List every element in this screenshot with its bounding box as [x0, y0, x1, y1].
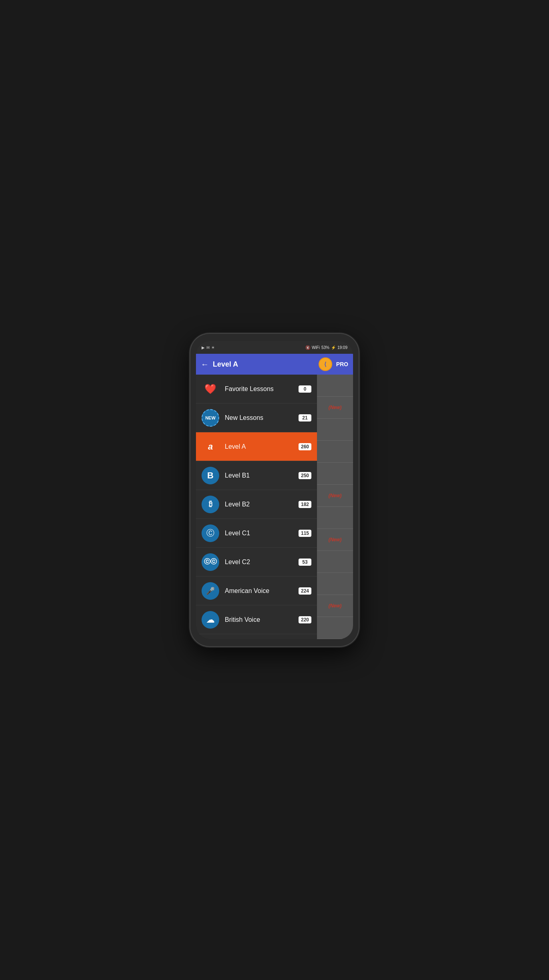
level-b2-icon: ₿	[202, 496, 219, 513]
sidebar-cell-level-c2	[317, 507, 353, 529]
menu-list: ❤️ Favorite Lessons 0 NEW New Lessons 21…	[196, 375, 317, 639]
level-b1-icon: B	[202, 467, 219, 484]
item-count: 115	[299, 530, 311, 537]
app-bar-title: Level A	[213, 360, 315, 369]
share-button[interactable]: ⟨	[319, 357, 332, 371]
list-item[interactable]: ₿ Level B2 182	[196, 490, 317, 519]
item-label: Level C2	[225, 559, 299, 566]
sidebar-cell-british-voice	[317, 551, 353, 573]
sidebar-cell-international	[317, 573, 353, 595]
item-label: British Voice	[225, 616, 299, 623]
sidebar-cell-family: (New)	[317, 595, 353, 617]
pro-label: PRO	[336, 361, 348, 367]
item-count: 260	[299, 443, 311, 450]
level-c2-icon: ⓒⓒ	[202, 553, 219, 571]
sidebar-cell-favorite	[317, 375, 353, 397]
item-label: American Voice	[225, 587, 299, 595]
battery-icon: ⚡	[331, 345, 336, 350]
level-c1-icon: Ⓒ	[202, 524, 219, 542]
sidebar-cell-level-b2	[317, 463, 353, 485]
share-icon: ⟨	[324, 361, 326, 367]
clock: 19:09	[337, 345, 347, 350]
item-label: Level B2	[225, 501, 299, 508]
content-area: ❤️ Favorite Lessons 0 NEW New Lessons 21…	[196, 375, 353, 639]
list-item-level-a[interactable]: a Level A 260	[196, 432, 317, 461]
sidebar-cell-american-voice: (New)	[317, 529, 353, 551]
phone-screen: ▶ ✉ ☀ 🔇 WiFi 53% ⚡ 19:09 ← Level A ⟨ PRO	[196, 341, 353, 639]
notification-icon-3: ☀	[211, 345, 215, 350]
signal-strength: 53%	[321, 345, 329, 350]
new-lessons-icon: NEW	[202, 409, 219, 427]
item-label: New Lessons	[225, 414, 299, 421]
sidebar-new-label: (New)	[329, 603, 342, 609]
app-bar: ← Level A ⟨ PRO	[196, 354, 353, 375]
status-bar: ▶ ✉ ☀ 🔇 WiFi 53% ⚡ 19:09	[196, 341, 353, 354]
list-item[interactable]: 🌐 International 53	[196, 634, 317, 639]
wifi-icon: WiFi	[312, 345, 320, 350]
list-item[interactable]: NEW New Lessons 21	[196, 403, 317, 432]
list-item[interactable]: ❤️ Favorite Lessons 0	[196, 375, 317, 403]
item-label: Level C1	[225, 530, 299, 537]
item-count: 53	[299, 559, 311, 566]
item-count: 250	[299, 472, 311, 479]
list-item[interactable]: B Level B1 250	[196, 461, 317, 490]
level-a-icon: a	[202, 438, 219, 456]
sidebar-cell-level-b1	[317, 441, 353, 463]
american-voice-icon: 🎤	[202, 582, 219, 600]
notification-icon-1: ▶	[202, 345, 205, 350]
sidebar-cell-level-c1: (New)	[317, 485, 353, 507]
status-left-icons: ▶ ✉ ☀	[202, 345, 215, 350]
british-voice-icon: ☁	[202, 611, 219, 629]
phone-frame: ▶ ✉ ☀ 🔇 WiFi 53% ⚡ 19:09 ← Level A ⟨ PRO	[190, 334, 359, 646]
notification-icon-2: ✉	[206, 345, 210, 350]
sidebar-new-label: (New)	[329, 405, 342, 410]
item-count: 21	[299, 414, 311, 421]
list-item[interactable]: ⓒⓒ Level C2 53	[196, 548, 317, 577]
list-item[interactable]: Ⓒ Level C1 115	[196, 519, 317, 548]
list-item[interactable]: ☁ British Voice 220	[196, 605, 317, 634]
sidebar-new-label: (New)	[329, 537, 342, 542]
sidebar-new-label: (New)	[329, 493, 342, 498]
item-label: Favorite Lessons	[225, 385, 299, 393]
item-count: 0	[299, 385, 311, 393]
list-item[interactable]: 🎤 American Voice 224	[196, 577, 317, 605]
sidebar-cell-self-info	[317, 617, 353, 639]
item-count: 220	[299, 616, 311, 623]
favorite-icon: ❤️	[202, 380, 219, 398]
sidebar-cell-level-a	[317, 419, 353, 441]
sidebar-cell-new-lessons: (New)	[317, 397, 353, 419]
sidebar: (New) (New) (New)	[317, 375, 353, 639]
status-right: 🔇 WiFi 53% ⚡ 19:09	[305, 345, 347, 350]
item-count: 224	[299, 587, 311, 595]
back-button[interactable]: ←	[201, 360, 209, 369]
item-count: 182	[299, 501, 311, 508]
item-label: Level A	[225, 443, 299, 450]
mute-icon: 🔇	[305, 345, 310, 350]
item-label: Level B1	[225, 472, 299, 479]
